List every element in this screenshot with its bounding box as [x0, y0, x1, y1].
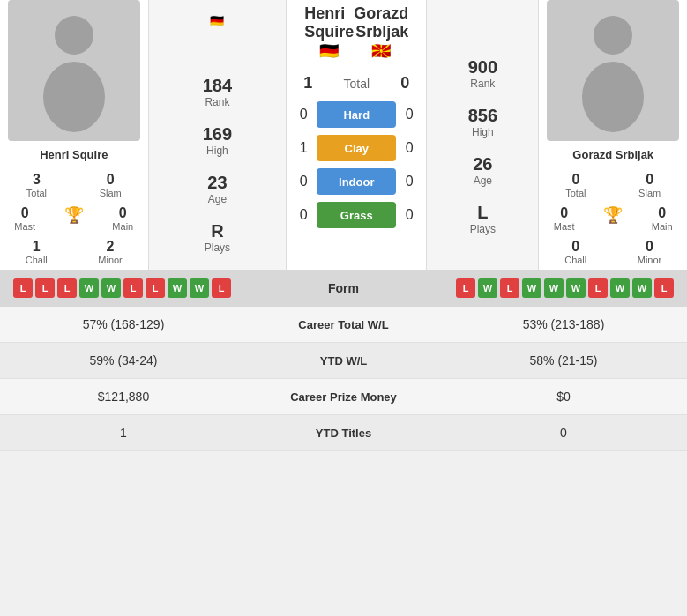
comparison-left-1: 59% (34-24)	[0, 353, 247, 367]
left-rank-stat: 184 Rank	[203, 76, 232, 108]
left-main-value: 0	[119, 205, 127, 221]
left-mast-value: 0	[21, 205, 29, 221]
comparison-right-0: 53% (213-188)	[440, 317, 687, 331]
comparison-right-1: 58% (21-15)	[440, 353, 687, 367]
form-section: LLLWWLLWWL Form LWLWWWLWWL	[0, 270, 687, 307]
form-badge-9: L	[654, 278, 674, 298]
right-slam-label: Slam	[638, 188, 661, 198]
right-mast-stat: 0 Mast	[554, 205, 575, 232]
court-row-hard: 0 Hard 0	[290, 101, 422, 128]
right-plays-label: Plays	[470, 223, 496, 235]
right-chall-value: 0	[571, 239, 579, 255]
left-slam-value: 0	[107, 172, 115, 188]
right-chall-stat: 0 Chall	[564, 239, 586, 265]
total-row: 1 Total 0	[295, 74, 418, 93]
left-player-avatar	[8, 0, 140, 141]
svg-point-3	[582, 62, 644, 132]
left-trophy: 🏆	[64, 205, 84, 232]
comparison-row-2: $121,880 Career Prize Money $0	[0, 379, 687, 415]
right-trophy: 🏆	[603, 205, 623, 232]
left-form-badges: LLLWWLLWWL	[13, 278, 231, 298]
svg-point-2	[594, 16, 632, 55]
left-center-stats: 🇩🇪 184 Rank 169 High 23 Age R Plays	[148, 0, 287, 270]
left-player-name: Henri Squire	[40, 148, 108, 161]
right-total-stat: 0 Total	[565, 172, 586, 198]
comparison-left-2: $121,880	[0, 390, 247, 404]
court-left-score-3: 0	[290, 207, 317, 223]
court-rows: 0 Hard 0 1 Clay 0 0 Indoor 0 0 Grass 0	[290, 101, 422, 235]
right-high-stat: 856 High	[468, 106, 497, 138]
form-badge-6: L	[588, 278, 608, 298]
right-minor-stat: 0 Minor	[638, 239, 662, 265]
right-header-name: Gorazd Srbljak	[354, 4, 408, 41]
comparison-row-0: 57% (168-129) Career Total W/L 53% (213-…	[0, 307, 687, 343]
left-total-label: Total	[26, 188, 47, 198]
left-age-stat: 23 Age	[207, 173, 227, 205]
left-high-value: 169	[203, 124, 232, 145]
total-left-score: 1	[295, 74, 321, 93]
form-label: Form	[328, 281, 359, 295]
left-rank-value: 184	[203, 76, 232, 96]
court-badge-hard: Hard	[317, 101, 396, 128]
court-badge-clay: Clay	[317, 135, 396, 161]
right-player-stats-row3: 0 Chall 0 Minor	[539, 235, 687, 269]
left-player-stats-row1: 3 Total 0 Slam	[0, 168, 148, 202]
form-badge-6: L	[146, 278, 165, 298]
right-center-stats: 900 Rank 856 High 26 Age L Plays	[426, 0, 539, 270]
right-minor-label: Minor	[638, 255, 662, 265]
left-high-stat: 169 High	[203, 124, 232, 157]
left-chall-stat: 1 Chall	[26, 239, 48, 265]
right-player-avatar	[547, 0, 679, 141]
form-badge-4: W	[544, 278, 564, 298]
form-badge-2: L	[57, 278, 77, 298]
court-left-score-0: 0	[290, 107, 317, 122]
left-plays-value: R	[205, 221, 230, 241]
right-player-name: Gorazd Srbljak	[572, 148, 653, 161]
comparison-label-2: Career Prize Money	[247, 390, 440, 404]
left-chall-label: Chall	[26, 255, 48, 265]
court-right-score-0: 0	[396, 107, 422, 122]
left-player-stats-row2: 0 Mast 🏆 0 Main	[0, 202, 148, 235]
stats-table: 57% (168-129) Career Total W/L 53% (213-…	[0, 307, 687, 451]
svg-point-1	[43, 62, 105, 132]
court-section: Henri Squire 🇩🇪 Gorazd Srbljak 🇲🇰 1 Tota…	[287, 0, 426, 270]
left-trophy-icon: 🏆	[64, 205, 84, 225]
form-badge-1: L	[35, 278, 55, 298]
form-badge-2: L	[500, 278, 519, 298]
right-rank-label: Rank	[468, 78, 497, 90]
right-player-stats-row2: 0 Mast 🏆 0 Main	[539, 202, 687, 235]
right-trophy-icon: 🏆	[603, 205, 623, 225]
form-badge-8: W	[190, 278, 209, 298]
right-mast-value: 0	[560, 205, 568, 221]
left-high-label: High	[203, 145, 232, 157]
left-player-stats-row3: 1 Chall 2 Minor	[0, 235, 148, 269]
left-slam-stat: 0 Slam	[100, 172, 122, 198]
right-age-value: 26	[473, 154, 492, 174]
court-row-grass: 0 Grass 0	[290, 202, 422, 228]
left-chall-value: 1	[33, 239, 41, 255]
form-badge-5: W	[566, 278, 586, 298]
left-mast-stat: 0 Mast	[14, 205, 35, 232]
form-badge-3: W	[522, 278, 541, 298]
left-minor-stat: 2 Minor	[98, 239, 123, 265]
right-header-flag: 🇲🇰	[354, 41, 408, 61]
right-main-stat: 0 Main	[652, 205, 673, 232]
left-minor-value: 2	[107, 239, 115, 255]
court-badge-grass: Grass	[317, 202, 396, 228]
right-player-card: Gorazd Srbljak 0 Total 0 Slam 0 Mast 🏆	[539, 0, 687, 270]
left-player-card: Henri Squire 3 Total 0 Slam 0 Mast 🏆	[0, 0, 148, 270]
court-left-score-2: 0	[290, 174, 317, 189]
form-badge-7: W	[610, 278, 630, 298]
right-plays-value: L	[470, 203, 496, 223]
court-row-clay: 1 Clay 0	[290, 135, 422, 161]
court-right-score-3: 0	[396, 207, 422, 223]
left-plays-stat: R Plays	[205, 221, 230, 254]
form-badge-1: W	[478, 278, 497, 298]
comparison-right-2: $0	[440, 390, 687, 404]
form-badge-9: L	[212, 278, 231, 298]
svg-point-0	[55, 16, 93, 55]
court-left-score-1: 1	[290, 140, 317, 156]
right-player-header: Gorazd Srbljak 🇲🇰	[354, 4, 408, 61]
left-minor-label: Minor	[98, 255, 123, 265]
player-comparison-section: Henri Squire 3 Total 0 Slam 0 Mast 🏆	[0, 0, 687, 270]
